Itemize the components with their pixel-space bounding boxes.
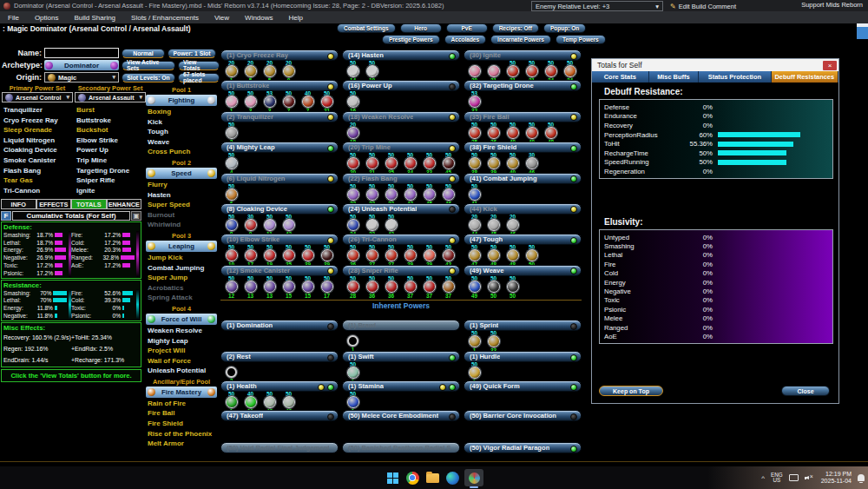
enhancement-icon[interactable]: [347, 367, 359, 379]
enhancement-icon[interactable]: [283, 96, 295, 108]
cast-icon[interactable]: [789, 474, 799, 481]
enhancement-icon[interactable]: [302, 249, 314, 261]
power-bar-28-sniper-rifle[interactable]: (28) Sniper Rifle: [342, 265, 460, 276]
enhancement-slot[interactable]: 5017: [319, 276, 335, 299]
power-bar-24-unleash-potential[interactable]: (24) Unleash Potential: [342, 203, 460, 215]
power-bar-22-flash-bang[interactable]: (22) Flash Bang: [342, 173, 460, 184]
enhancement-slot[interactable]: 5037: [421, 276, 437, 299]
power-bar-1-stamina[interactable]: (1) Stamina: [342, 380, 460, 392]
enhancement-icon[interactable]: [469, 335, 481, 347]
prestige-powers-button[interactable]: Prestige Powers: [382, 35, 440, 44]
chrome-icon[interactable]: [404, 470, 420, 486]
enhancement-icon[interactable]: [226, 96, 238, 108]
view-totals-button[interactable]: View Totals: [178, 61, 220, 70]
pool-prev-icon[interactable]: [148, 96, 155, 104]
powerlist-item-burnout[interactable]: Burnout: [146, 210, 217, 221]
enhancement-slot[interactable]: 5013: [242, 276, 259, 299]
enhancement-icon[interactable]: [347, 65, 359, 77]
enhancement-icon[interactable]: [283, 249, 295, 261]
power-bar-38-fire-shield[interactable]: (38) Fire Shield: [464, 142, 582, 153]
enhancement-slot[interactable]: 5012: [223, 276, 240, 299]
enhancement-icon[interactable]: [226, 249, 238, 261]
powerlist-item-rise-of-the-phoenix[interactable]: Rise of the Phoenix: [146, 429, 217, 439]
enhancement-slot[interactable]: 5036: [364, 276, 380, 299]
powerlist-item-cryo-freeze-ray[interactable]: Cryo Freeze Ray: [2, 116, 75, 126]
powerlist-item-tear-gas[interactable]: Tear Gas: [2, 175, 75, 186]
enhancement-icon[interactable]: [366, 219, 378, 231]
powerlist-item-trip-mine[interactable]: Trip Mine: [75, 155, 148, 166]
tab-info[interactable]: INFO: [1, 199, 36, 209]
power-bar-49-quick-form[interactable]: (49) Quick Form: [464, 380, 582, 392]
float-button[interactable]: F: [1, 211, 11, 221]
popup-on-button[interactable]: Popup: On: [543, 23, 586, 33]
save-icon[interactable]: ▣: [131, 211, 141, 221]
powerlist-item-unleash-potential[interactable]: Unleash Potential: [146, 366, 217, 376]
power-bar-47-tough[interactable]: (47) Tough: [464, 234, 582, 245]
powerlist-item-rain-of-fire[interactable]: Rain of Fire: [146, 399, 217, 409]
power-bar-14-hasten[interactable]: (14) Hasten: [342, 50, 460, 61]
powerlist-item-kick[interactable]: Kick: [146, 117, 217, 128]
enhancement-icon[interactable]: [488, 127, 500, 139]
enhancement-icon[interactable]: [424, 281, 436, 293]
powerlist-item-buttstroke[interactable]: Buttstroke: [75, 116, 148, 126]
power-bar-41-combat-jumping[interactable]: (41) Combat Jumping: [464, 173, 582, 184]
powerlist-item-flash-bang[interactable]: Flash Bang: [2, 166, 75, 176]
enhancement-slot[interactable]: 5049: [466, 276, 483, 299]
menu-slots-enhancements[interactable]: Slots / Enhancements: [123, 14, 207, 22]
powerlist-item-mighty-leap[interactable]: Mighty Leap: [146, 336, 217, 347]
menu-file[interactable]: File: [0, 14, 27, 22]
enhancement-icon[interactable]: [347, 188, 359, 201]
temp-powers-button[interactable]: Temp Powers: [556, 35, 606, 44]
language-indicator[interactable]: ENGUS: [771, 472, 783, 484]
powerlist-item-smoke-canister[interactable]: Smoke Canister: [2, 155, 75, 166]
enhancement-icon[interactable]: [404, 188, 417, 201]
archetype-select[interactable]: Dominator: [44, 60, 119, 70]
tab-enhance[interactable]: ENHANCE: [107, 199, 142, 209]
enhancement-icon[interactable]: [404, 249, 417, 261]
powerlist-item-boxing[interactable]: Boxing: [146, 107, 217, 117]
enhancement-icon[interactable]: [245, 96, 257, 108]
power-bar-20-trip-mine[interactable]: (20) Trip Mine: [342, 142, 460, 153]
powerlist-item-tough[interactable]: Tough: [146, 127, 217, 137]
pool-select-leaping[interactable]: Leaping: [146, 241, 217, 252]
powerlist-item-melt-armor[interactable]: Melt Armor: [146, 439, 217, 449]
pool-select-fire-mastery[interactable]: Fire Mastery: [146, 387, 217, 398]
enhancement-icon[interactable]: [526, 157, 538, 169]
enhancement-icon[interactable]: [488, 219, 500, 231]
enhancement-slot[interactable]: 5015: [280, 276, 297, 299]
enhancement-icon[interactable]: [507, 249, 519, 261]
powerlist-item-elbow-strike[interactable]: Elbow Strike: [75, 135, 148, 146]
pool-select-speed[interactable]: Speed: [146, 168, 217, 179]
enhancement-icon[interactable]: [404, 157, 417, 169]
enhancement-icon[interactable]: [321, 96, 333, 108]
enemy-relative-level-select[interactable]: Enemy Relative Level: +3 ▾: [531, 1, 663, 11]
enhancement-icon[interactable]: [424, 249, 436, 261]
enhancement-icon[interactable]: [488, 249, 500, 261]
powerlist-item-fire-shield[interactable]: Fire Shield: [146, 419, 217, 429]
enhancement-icon[interactable]: [347, 281, 359, 293]
power-bar-16-power-up[interactable]: (16) Power Up: [342, 80, 460, 91]
window-tab-misc-buffs[interactable]: Misc Buffs: [649, 71, 700, 83]
window-tab-debuff-resistances[interactable]: Debuff Resistances: [772, 71, 838, 83]
archetype-next-icon[interactable]: [110, 62, 118, 69]
powerlist-item-sniper-rifle[interactable]: Sniper Rifle: [75, 175, 148, 186]
enhancement-icon[interactable]: [264, 249, 276, 261]
power-bar-1-sprint[interactable]: (1) Sprint: [464, 320, 582, 331]
enhancement-icon[interactable]: [507, 281, 519, 293]
menu-help[interactable]: Help: [281, 14, 311, 22]
enhancement-icon[interactable]: [424, 157, 436, 169]
enhancement-icon[interactable]: [226, 157, 238, 169]
enhancement-icon[interactable]: [226, 188, 238, 201]
powerlist-item-jump-kick[interactable]: Jump Kick: [146, 253, 217, 263]
enhancement-icon[interactable]: [404, 281, 417, 293]
power-bar-18-weaken-resolve[interactable]: (18) Weaken Resolve: [342, 111, 460, 122]
powerlist-item-tranquilizer[interactable]: Tranquilizer: [2, 105, 75, 116]
enhancement-icon[interactable]: [385, 219, 398, 231]
powerlist-item-power-up[interactable]: Power Up: [75, 145, 148, 155]
power-bar-1-health[interactable]: (1) Health: [220, 380, 339, 392]
power-bar-50-barrier-core-invocation[interactable]: (50) Barrier Core Invocation: [464, 410, 582, 421]
enhancement-icon[interactable]: [366, 157, 378, 169]
power-bar-1-cryo-freeze-ray[interactable]: (1) Cryo Freeze Ray: [220, 50, 339, 61]
enhancement-slot[interactable]: 1: [345, 331, 361, 353]
enhancement-icon[interactable]: [564, 65, 576, 77]
